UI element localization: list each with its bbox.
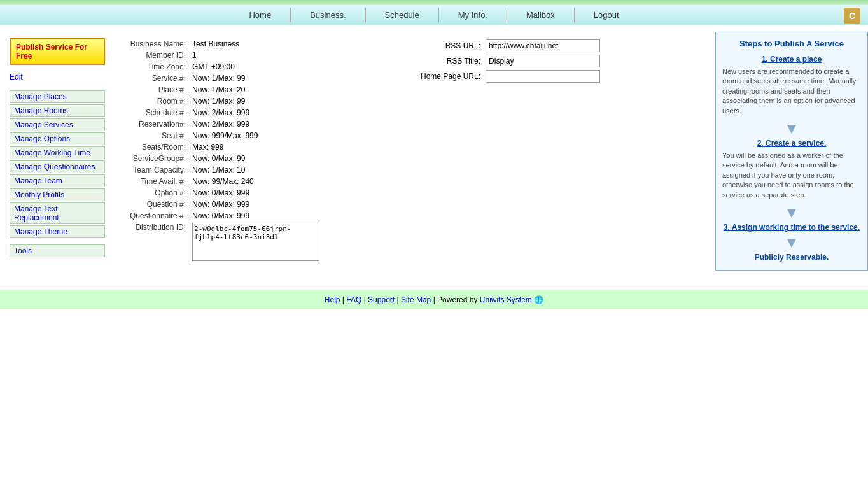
nav-mailbox[interactable]: Mailbox xyxy=(507,8,575,22)
sidebar-item-manage-theme[interactable]: Manage Theme xyxy=(10,225,105,238)
time-avail-value: Now: 99/Max: 240 xyxy=(190,176,322,187)
rss-title-label: RSS Title: xyxy=(418,53,483,69)
arrow-down-3: ▼ xyxy=(722,235,861,250)
question-label: Question #: xyxy=(127,199,190,210)
table-row: Time Avail. #: Now: 99/Max: 240 xyxy=(127,176,322,187)
service-label: Service #: xyxy=(127,73,190,84)
rss-title-input[interactable] xyxy=(486,55,600,67)
table-row: Team Capacity: Now: 1/Max: 10 xyxy=(127,164,322,176)
schedule-label: Schedule #: xyxy=(127,107,190,118)
steps-heading: Steps to Publish A Service xyxy=(722,39,861,48)
sidebar-item-monthly-profits[interactable]: Monthly Profits xyxy=(10,188,105,201)
sidebar-item-tools[interactable]: Tools xyxy=(10,244,105,257)
seats-room-value: Max: 999 xyxy=(190,141,322,153)
step2-title[interactable]: 2. Create a service. xyxy=(722,139,861,148)
table-row: Reservation#: Now: 2/Max: 999 xyxy=(127,118,322,130)
table-row: Questionnaire #: Now: 0/Max: 999 xyxy=(127,210,322,222)
service-group-value: Now: 0/Max: 99 xyxy=(190,153,322,164)
sidebar-item-manage-rooms[interactable]: Manage Rooms xyxy=(10,104,105,117)
steps-panel: Steps to Publish A Service 1. Create a p… xyxy=(715,32,868,271)
nav-logout[interactable]: Logout xyxy=(575,8,638,22)
sidebar-item-manage-working-time[interactable]: Manage Working Time xyxy=(10,146,105,159)
table-row: Distribution ID: 2-w0glbc-4fom75-66jrpn-… xyxy=(127,222,322,264)
publicly-reservable-text: Publicly Reservable. xyxy=(722,253,861,262)
business-name-value: Test Business xyxy=(190,38,322,50)
reservation-value: Now: 2/Max: 999 xyxy=(190,118,322,130)
table-row: Schedule #: Now: 2/Max: 999 xyxy=(127,107,322,118)
footer-powered-link[interactable]: Uniwits System xyxy=(480,295,532,304)
rss-url-cell xyxy=(483,38,603,53)
sidebar-item-manage-services[interactable]: Manage Services xyxy=(10,118,105,131)
info-left-panel: Business Name: Test Business Member ID: … xyxy=(127,38,405,264)
content-area: Business Name: Test Business Member ID: … xyxy=(115,32,709,271)
home-page-label: Home Page URL: xyxy=(418,69,483,84)
footer-sitemap[interactable]: Site Map xyxy=(401,295,431,304)
rss-url-label: RSS URL: xyxy=(418,38,483,53)
arrow-down-2: ▼ xyxy=(722,205,861,220)
info-table-left: Business Name: Test Business Member ID: … xyxy=(127,38,322,264)
member-id-value: 1 xyxy=(190,50,322,61)
footer-help[interactable]: Help xyxy=(325,295,340,304)
distribution-id-field[interactable]: 2-w0glbc-4fom75-66jrpn-fjblp4-lt83c6-3ni… xyxy=(192,223,319,261)
info-right-panel: RSS URL: RSS Title: Home Page URL: xyxy=(418,38,696,264)
sidebar-item-manage-options[interactable]: Manage Options xyxy=(10,132,105,145)
room-label: Room #: xyxy=(127,95,190,107)
sidebar-item-manage-places[interactable]: Manage Places xyxy=(10,90,105,103)
nav-home[interactable]: Home xyxy=(230,8,291,22)
option-value: Now: 0/Max: 999 xyxy=(190,187,322,199)
questionnaire-label: Questionnaire #: xyxy=(127,210,190,222)
step1-title[interactable]: 1. Create a place xyxy=(722,55,861,64)
member-id-label: Member ID: xyxy=(127,50,190,61)
table-row: Service #: Now: 1/Max: 99 xyxy=(127,73,322,84)
edit-link[interactable]: Edit xyxy=(10,73,105,81)
rss-table: RSS URL: RSS Title: Home Page URL: xyxy=(418,38,603,84)
distribution-value: 2-w0glbc-4fom75-66jrpn-fjblp4-lt83c6-3ni… xyxy=(190,222,322,264)
timezone-value: GMT +09:00 xyxy=(190,61,322,73)
home-page-cell xyxy=(483,69,603,84)
sidebar-item-manage-questionnaires[interactable]: Manage Questionnaires xyxy=(10,160,105,173)
nav-logo: C xyxy=(843,6,862,25)
nav-business[interactable]: Business. xyxy=(291,8,365,22)
footer-support[interactable]: Support xyxy=(368,295,395,304)
place-label: Place #: xyxy=(127,84,190,95)
nav-schedule[interactable]: Schedule xyxy=(366,8,439,22)
room-value: Now: 1/Max: 99 xyxy=(190,95,322,107)
rss-url-input[interactable] xyxy=(486,39,600,52)
table-row: Time Zone: GMT +09:00 xyxy=(127,61,322,73)
place-value: Now: 1/Max: 20 xyxy=(190,84,322,95)
team-capacity-value: Now: 1/Max: 10 xyxy=(190,164,322,176)
sidebar-item-manage-text-replacement[interactable]: Manage Text Replacement xyxy=(10,202,105,224)
rss-title-cell xyxy=(483,53,603,69)
navigation-bar: Home Business. Schedule My Info. Mailbox… xyxy=(0,5,868,25)
team-capacity-label: Team Capacity: xyxy=(127,164,190,176)
step2-desc: You will be assigned as a worker of the … xyxy=(722,151,861,200)
table-row: RSS URL: xyxy=(418,38,603,53)
questionnaire-value: Now: 0/Max: 999 xyxy=(190,210,322,222)
distribution-label: Distribution ID: xyxy=(127,222,190,264)
top-gradient-bar xyxy=(0,0,868,5)
publish-service-button[interactable]: Publish Service For Free xyxy=(10,38,105,65)
business-name-label: Business Name: xyxy=(127,38,190,50)
reservation-label: Reservation#: xyxy=(127,118,190,130)
home-page-input[interactable] xyxy=(486,70,600,83)
option-label: Option #: xyxy=(127,187,190,199)
table-row: Question #: Now: 0/Max: 999 xyxy=(127,199,322,210)
main-container: Publish Service For Free Edit Manage Pla… xyxy=(0,25,868,277)
sidebar-nav-group: Manage Places Manage Rooms Manage Servic… xyxy=(10,90,105,238)
svg-text:C: C xyxy=(849,11,855,21)
footer: Help | FAQ | Support | Site Map | Powere… xyxy=(0,290,868,309)
table-row: Seat #: Now: 999/Max: 999 xyxy=(127,130,322,141)
footer-globe-icon: 🌐 xyxy=(534,295,543,304)
seat-label: Seat #: xyxy=(127,130,190,141)
footer-powered-by: | Powered by xyxy=(433,295,478,304)
table-row: RSS Title: xyxy=(418,53,603,69)
arrow-down-1: ▼ xyxy=(722,121,861,136)
schedule-value: Now: 2/Max: 999 xyxy=(190,107,322,118)
business-info-section: Business Name: Test Business Member ID: … xyxy=(127,38,696,264)
seats-room-label: Seats/Room: xyxy=(127,141,190,153)
time-avail-label: Time Avail. #: xyxy=(127,176,190,187)
sidebar-item-manage-team[interactable]: Manage Team xyxy=(10,174,105,187)
footer-faq[interactable]: FAQ xyxy=(346,295,361,304)
step3-title[interactable]: 3. Assign working time to the service. xyxy=(722,223,861,232)
nav-myinfo[interactable]: My Info. xyxy=(439,8,507,22)
